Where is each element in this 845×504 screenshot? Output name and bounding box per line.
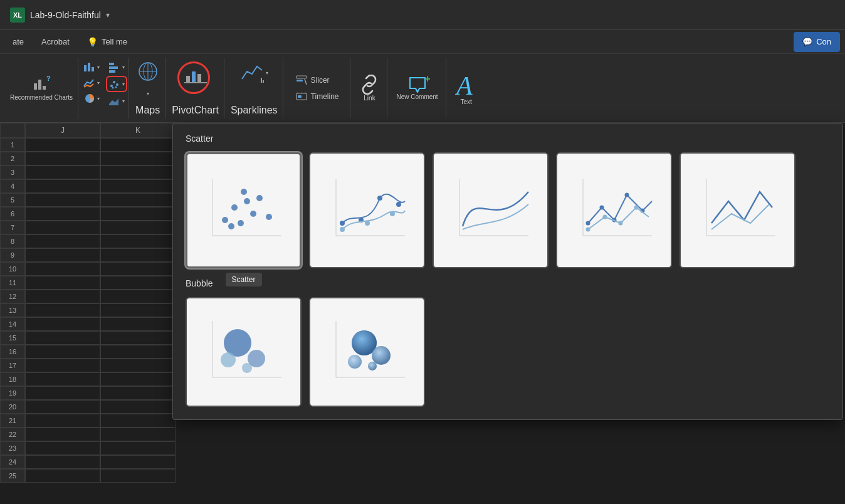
sparklines-label: Sparklines: [231, 105, 278, 116]
cell-k2[interactable]: [100, 152, 176, 165]
pie-chart-button[interactable]: ▾: [81, 92, 102, 105]
cell-j20[interactable]: [25, 400, 100, 414]
cell-k12[interactable]: [100, 290, 176, 303]
cell-k8[interactable]: [100, 234, 176, 248]
cell-j3[interactable]: [25, 165, 100, 179]
cell-k4[interactable]: [100, 179, 176, 193]
title-chevron-icon[interactable]: ▾: [106, 11, 110, 19]
scatter-straight-lines-chart: [694, 170, 782, 251]
cell-j18[interactable]: [25, 372, 100, 386]
cell-j6[interactable]: [25, 207, 100, 221]
cell-k24[interactable]: [100, 455, 176, 469]
row-header-10: 10: [0, 262, 25, 276]
row-header-14: 14: [0, 317, 25, 331]
scatter-basic-option[interactable]: Scatter: [186, 152, 302, 268]
cell-k7[interactable]: [100, 221, 176, 234]
comment-icon: [408, 76, 427, 93]
bubble-3d-option[interactable]: [309, 297, 425, 407]
menu-item-ate[interactable]: ate: [5, 34, 31, 49]
sparklines-group[interactable]: ▾ Sparklines: [226, 58, 283, 118]
new-comment-button[interactable]: + New Comment: [389, 58, 446, 118]
text-button[interactable]: A Text: [448, 58, 485, 118]
cell-k6[interactable]: [100, 207, 176, 221]
cell-j23[interactable]: [25, 441, 100, 455]
svg-point-44: [266, 214, 272, 220]
svg-point-80: [372, 346, 391, 365]
cell-j12[interactable]: [25, 290, 100, 303]
cell-k17[interactable]: [100, 359, 176, 372]
cell-k15[interactable]: [100, 331, 176, 345]
row-header-empty: [0, 123, 25, 138]
cell-j10[interactable]: [25, 262, 100, 276]
cell-j21[interactable]: [25, 414, 100, 428]
cell-k20[interactable]: [100, 400, 176, 414]
cell-k16[interactable]: [100, 345, 176, 359]
text-icon: A: [455, 71, 478, 98]
link-label: Link: [364, 95, 375, 102]
scatter-straight-lines-option[interactable]: [680, 152, 795, 268]
scatter-straight-markers-option[interactable]: [556, 152, 672, 268]
cell-k3[interactable]: [100, 165, 176, 179]
scatter-chart-button[interactable]: ▾: [106, 76, 127, 92]
scatter-smooth-lines-option[interactable]: [433, 152, 548, 268]
cell-k10[interactable]: [100, 262, 176, 276]
cell-j8[interactable]: [25, 234, 100, 248]
cell-k25[interactable]: [100, 469, 176, 483]
link-button[interactable]: Link: [352, 58, 387, 118]
cell-k11[interactable]: [100, 276, 176, 290]
cell-k19[interactable]: [100, 386, 176, 400]
cell-k13[interactable]: [100, 303, 176, 317]
cell-j1[interactable]: [25, 138, 100, 152]
svg-point-64: [585, 227, 590, 231]
cell-j24[interactable]: [25, 455, 100, 469]
text-label: Text: [460, 98, 471, 105]
cell-k22[interactable]: [100, 428, 176, 441]
cell-j13[interactable]: [25, 303, 100, 317]
timeline-button[interactable]: Timeline: [292, 90, 343, 103]
bar-chart-button[interactable]: ▾: [106, 60, 127, 74]
menu-tell-me[interactable]: 💡 Tell me: [80, 34, 135, 50]
svg-rect-27: [297, 80, 303, 81]
cell-j5[interactable]: [25, 193, 100, 207]
cell-j17[interactable]: [25, 359, 100, 372]
cell-k21[interactable]: [100, 414, 176, 428]
menu-item-acrobat[interactable]: Acrobat: [34, 34, 77, 49]
row-header-7: 7: [0, 221, 25, 234]
cell-j25[interactable]: [25, 469, 100, 483]
line-chart-button[interactable]: ▾: [81, 76, 102, 90]
cell-j22[interactable]: [25, 428, 100, 441]
cell-k9[interactable]: [100, 248, 176, 262]
cell-j9[interactable]: [25, 248, 100, 262]
row-header-19: 19: [0, 386, 25, 400]
cell-j19[interactable]: [25, 386, 100, 400]
scatter-smooth-markers-option[interactable]: [309, 152, 425, 268]
cell-k1[interactable]: [100, 138, 176, 152]
cell-j7[interactable]: [25, 221, 100, 234]
cell-j4[interactable]: [25, 179, 100, 193]
bubble-option[interactable]: [186, 297, 302, 407]
con-button[interactable]: 💬 Con: [794, 32, 840, 52]
svg-rect-9: [109, 66, 118, 69]
svg-point-41: [250, 211, 256, 217]
pivotchart-label: PivotChart: [172, 105, 219, 116]
area-chart-button[interactable]: ▾: [106, 94, 127, 108]
cell-j16[interactable]: [25, 345, 100, 359]
bar-chart-group-2: ▾ ▾ ▾: [105, 58, 129, 118]
row-header-22: 22: [0, 428, 25, 441]
cell-k18[interactable]: [100, 372, 176, 386]
line-chart-caret-icon: ▾: [97, 80, 100, 86]
slicer-button[interactable]: Slicer: [292, 73, 343, 87]
slicer-icon: [296, 75, 307, 85]
cell-k5[interactable]: [100, 193, 176, 207]
cell-k23[interactable]: [100, 441, 176, 455]
column-chart-caret-icon: ▾: [97, 65, 100, 70]
column-chart-button[interactable]: ▾: [81, 60, 102, 74]
cell-j2[interactable]: [25, 152, 100, 165]
cell-j11[interactable]: [25, 276, 100, 290]
pie-chart-caret-icon: ▾: [97, 96, 100, 102]
cell-j14[interactable]: [25, 317, 100, 331]
cell-k14[interactable]: [100, 317, 176, 331]
svg-rect-26: [297, 76, 307, 78]
recommended-charts-button[interactable]: ? Recommended Charts: [5, 58, 78, 118]
cell-j15[interactable]: [25, 331, 100, 345]
